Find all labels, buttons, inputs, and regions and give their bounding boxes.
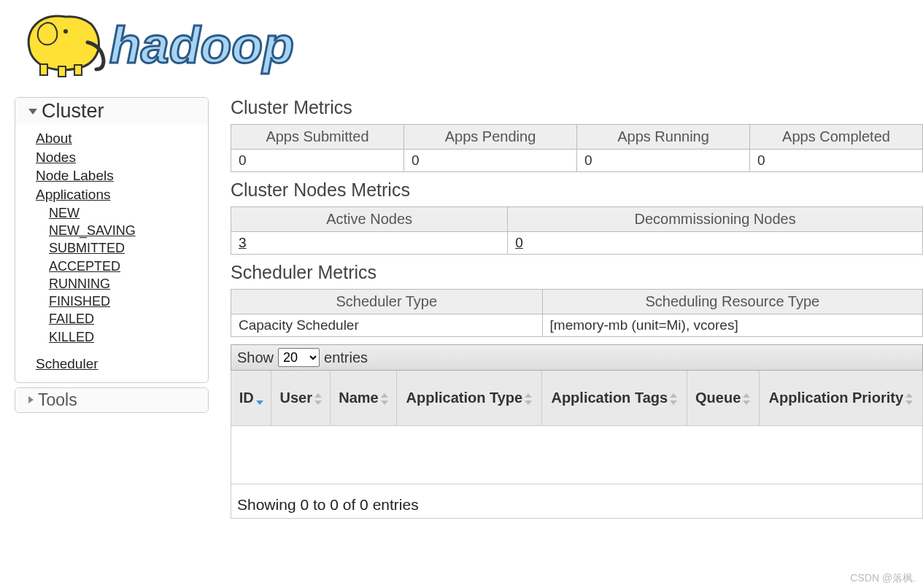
column-header: Apps Running: [577, 125, 750, 150]
sidebar: Cluster About Nodes Node Labels Applicat…: [15, 97, 209, 417]
chevron-down-icon: [28, 109, 37, 115]
sidebar-item-state-new[interactable]: NEW: [49, 206, 80, 220]
sort-icon: [743, 392, 750, 406]
apps-column-id[interactable]: ID: [231, 371, 271, 426]
nodes-count-link[interactable]: 0: [515, 235, 523, 250]
column-header: Scheduling Resource Type: [542, 290, 922, 314]
tools-panel: Tools: [15, 387, 209, 413]
applications-table: IDUserNameApplication TypeApplication Ta…: [231, 371, 923, 484]
apps-column-application-priority[interactable]: Application Priority: [759, 371, 922, 426]
table-footer-info: Showing 0 to 0 of 0 entries: [231, 484, 923, 519]
apps-column-application-type[interactable]: Application Type: [396, 371, 541, 426]
apps-column-user[interactable]: User: [271, 371, 331, 426]
svg-point-0: [63, 29, 68, 34]
sidebar-item-state-submitted[interactable]: SUBMITTED: [49, 241, 125, 255]
sort-icon: [670, 392, 677, 406]
tools-header[interactable]: Tools: [15, 388, 208, 412]
sidebar-item-state-killed[interactable]: KILLED: [49, 330, 94, 344]
sidebar-item-about[interactable]: About: [36, 131, 72, 146]
metric-value: 0: [577, 150, 750, 172]
sidebar-item-node-labels[interactable]: Node Labels: [36, 168, 114, 183]
nodes-metrics-table: Active NodesDecommissioning Nodes 30: [231, 206, 923, 255]
column-header: Apps Submitted: [231, 125, 404, 150]
metric-value: Capacity Scheduler: [231, 314, 543, 337]
column-header: Apps Pending: [404, 125, 577, 150]
apps-column-application-tags[interactable]: Application Tags: [541, 371, 687, 426]
column-header: Apps Completed: [750, 125, 923, 150]
sidebar-item-scheduler[interactable]: Scheduler: [36, 356, 99, 371]
column-header: Active Nodes: [231, 207, 508, 232]
sidebar-item-state-running[interactable]: RUNNING: [49, 276, 110, 291]
entries-select[interactable]: 102050100: [278, 348, 320, 367]
apps-column-name[interactable]: Name: [331, 371, 397, 426]
sidebar-item-applications[interactable]: Applications: [36, 187, 110, 202]
sidebar-item-state-accepted[interactable]: ACCEPTED: [49, 259, 120, 274]
cluster-metrics-heading: Cluster Metrics: [231, 97, 923, 118]
table-row-empty: [231, 426, 923, 484]
cluster-metrics-table: Apps SubmittedApps PendingApps RunningAp…: [231, 124, 923, 172]
sort-icon: [525, 392, 532, 406]
metric-value: 0: [231, 150, 404, 172]
metric-value: 0: [404, 150, 577, 172]
svg-rect-2: [58, 66, 66, 77]
main-content: Cluster Metrics Apps SubmittedApps Pendi…: [231, 97, 923, 519]
show-label: Show: [237, 349, 274, 366]
hadoop-logo: hadoop: [15, 6, 923, 82]
sidebar-item-state-new_saving[interactable]: NEW_SAVING: [49, 223, 136, 238]
svg-rect-1: [40, 64, 47, 75]
column-header: Scheduler Type: [231, 290, 543, 314]
cluster-header[interactable]: Cluster: [15, 98, 208, 125]
sort-down-icon: [256, 392, 263, 406]
metric-value: 0: [750, 150, 923, 172]
scheduler-metrics-heading: Scheduler Metrics: [231, 262, 923, 283]
sort-icon: [381, 392, 388, 406]
scheduler-metrics-table: Scheduler TypeScheduling Resource Type C…: [231, 289, 923, 337]
entries-control-bar: Show 102050100 entries: [231, 344, 923, 371]
sidebar-item-nodes[interactable]: Nodes: [36, 150, 76, 165]
svg-rect-3: [74, 65, 82, 75]
nodes-count-link[interactable]: 3: [239, 235, 247, 250]
tools-label: Tools: [38, 390, 77, 410]
sidebar-item-state-finished[interactable]: FINISHED: [49, 294, 110, 309]
logo-text: hadoop: [109, 17, 294, 74]
cluster-nodes-metrics-heading: Cluster Nodes Metrics: [231, 179, 923, 201]
entries-label: entries: [324, 349, 368, 366]
sort-icon: [905, 392, 913, 406]
metric-value: [memory-mb (unit=Mi), vcores]: [542, 314, 922, 337]
apps-column-queue[interactable]: Queue: [687, 371, 759, 426]
chevron-right-icon: [28, 396, 34, 403]
cluster-panel: Cluster About Nodes Node Labels Applicat…: [15, 97, 209, 383]
sidebar-item-state-failed[interactable]: FAILED: [49, 312, 94, 326]
sort-icon: [314, 392, 322, 406]
column-header: Decommissioning Nodes: [508, 207, 923, 232]
cluster-label: Cluster: [42, 100, 104, 123]
